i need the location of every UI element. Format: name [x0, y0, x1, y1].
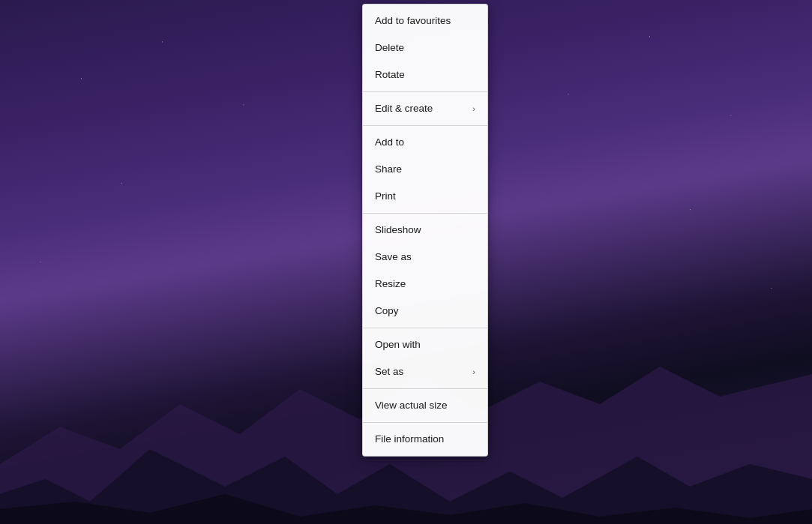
- menu-item-label-open-with: Open with: [375, 338, 421, 352]
- menu-item-add-to-favourites[interactable]: Add to favourites: [363, 7, 487, 34]
- menu-item-label-add-to-favourites: Add to favourites: [375, 14, 451, 28]
- menu-item-slideshow[interactable]: Slideshow: [363, 217, 487, 244]
- menu-item-save-as[interactable]: Save as: [363, 244, 487, 271]
- menu-item-print[interactable]: Print: [363, 183, 487, 210]
- menu-item-edit-create[interactable]: Edit & create›: [363, 95, 487, 122]
- menu-item-label-view-actual-size: View actual size: [375, 399, 448, 412]
- menu-item-label-edit-create: Edit & create: [375, 102, 433, 115]
- menu-item-resize[interactable]: Resize: [363, 271, 487, 298]
- submenu-chevron-set-as: ›: [472, 367, 475, 377]
- menu-item-label-copy: Copy: [375, 304, 399, 318]
- divider-after-edit-create: [363, 125, 487, 126]
- menu-item-label-resize: Resize: [375, 277, 406, 291]
- divider-after-print: [363, 213, 487, 214]
- menu-item-label-file-information: File information: [375, 433, 444, 446]
- menu-item-label-rotate: Rotate: [375, 68, 405, 82]
- menu-item-label-delete: Delete: [375, 41, 404, 55]
- menu-item-open-with[interactable]: Open with: [363, 331, 487, 358]
- menu-item-label-slideshow: Slideshow: [375, 223, 421, 237]
- menu-item-view-actual-size[interactable]: View actual size: [363, 392, 487, 419]
- menu-item-file-information[interactable]: File information: [363, 426, 487, 453]
- menu-item-add-to[interactable]: Add to: [363, 129, 487, 156]
- submenu-chevron-edit-create: ›: [472, 103, 475, 114]
- menu-item-set-as[interactable]: Set as›: [363, 358, 487, 385]
- menu-item-rotate[interactable]: Rotate: [363, 61, 487, 88]
- menu-item-copy[interactable]: Copy: [363, 298, 487, 325]
- menu-item-share[interactable]: Share: [363, 156, 487, 183]
- menu-item-delete[interactable]: Delete: [363, 34, 487, 61]
- context-menu: Add to favouritesDeleteRotateEdit & crea…: [362, 4, 488, 457]
- divider-after-view-actual-size: [363, 422, 487, 423]
- divider-after-set-as: [363, 388, 487, 389]
- divider-after-copy: [363, 328, 487, 328]
- menu-item-label-save-as: Save as: [375, 250, 412, 264]
- menu-item-label-share: Share: [375, 163, 402, 176]
- menu-item-label-print: Print: [375, 190, 396, 203]
- menu-item-label-set-as: Set as: [375, 365, 403, 379]
- menu-item-label-add-to: Add to: [375, 136, 404, 149]
- divider-after-rotate: [363, 91, 487, 92]
